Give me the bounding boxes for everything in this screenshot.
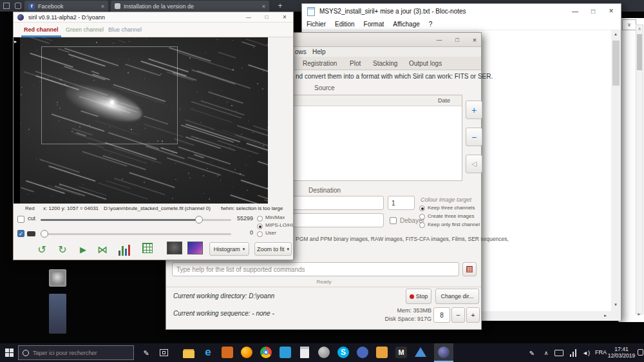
command-input[interactable] — [173, 266, 450, 273]
zoom-dropdown-button[interactable]: Zoom to fit ▾ — [254, 242, 292, 256]
taskbar-app-m[interactable]: M — [394, 347, 408, 358]
start-index-input[interactable] — [388, 200, 412, 207]
tab-plot[interactable]: Plot — [350, 60, 361, 67]
notepad-vscrollbar[interactable]: ▲ ▼ — [611, 30, 621, 311]
taskbar-app-edge[interactable]: e — [201, 345, 215, 359]
tab-stacking[interactable]: Stacking — [373, 60, 397, 67]
threads-input[interactable] — [435, 312, 448, 319]
threads-decrement-button[interactable]: − — [451, 307, 465, 323]
tray-volume-icon[interactable]: ◄) — [581, 348, 591, 357]
browser-tab-facebook[interactable]: f Facebook × — [24, 1, 108, 12]
start-button[interactable] — [5, 348, 14, 357]
debayer-checkbox[interactable] — [390, 217, 397, 224]
close-tab-icon[interactable]: × — [262, 3, 265, 10]
process-button[interactable]: ▶ — [75, 242, 91, 257]
taskbar-app-file-explorer[interactable] — [182, 348, 196, 359]
browser-tab-list-icon[interactable] — [15, 3, 21, 9]
command-history-button[interactable] — [462, 262, 477, 276]
high-level-slider[interactable] — [41, 215, 231, 224]
tab-output-logs[interactable]: Output logs — [409, 60, 442, 67]
close-button[interactable]: × — [468, 35, 481, 45]
add-files-button[interactable]: + — [466, 100, 482, 119]
taskbar-app-round-blue[interactable] — [355, 347, 370, 358]
menu-edition[interactable]: Edition — [330, 19, 359, 29]
scrollbar-vertical[interactable]: ∧ — [636, 24, 643, 314]
ink-pen-icon[interactable]: ✎ — [140, 347, 152, 359]
taskbar-app-teal[interactable] — [278, 347, 292, 358]
taskbar-app-yellow[interactable] — [375, 347, 389, 358]
tab-green-channel[interactable]: Green channel — [63, 26, 106, 33]
command-entry[interactable] — [172, 262, 459, 276]
low-level-slider[interactable] — [41, 229, 231, 238]
menu-affichage[interactable]: Affichage — [388, 19, 424, 29]
slider-handle[interactable] — [41, 230, 48, 238]
date-column-header[interactable]: Date — [438, 97, 450, 104]
maximize-button[interactable]: □ — [258, 12, 275, 22]
histogram-dropdown-button[interactable]: Histogram ▾ — [209, 242, 249, 256]
clear-list-button[interactable]: ◁ — [466, 155, 482, 173]
maximize-button[interactable]: □ — [450, 35, 464, 45]
taskbar-search-input[interactable] — [33, 350, 126, 356]
radio-keep-three-channels[interactable] — [419, 205, 425, 211]
dropdown-button[interactable]: ∨ — [622, 19, 636, 30]
radio-user[interactable] — [257, 231, 263, 237]
change-dir-button[interactable]: Change dir... — [435, 289, 479, 304]
stop-button[interactable]: Stop — [406, 289, 431, 304]
astro-image[interactable] — [20, 37, 268, 204]
minimize-button[interactable]: — — [566, 4, 584, 18]
tab-red-channel[interactable]: Red channel — [21, 26, 61, 37]
preview-thumbnail-2[interactable] — [187, 242, 203, 254]
grid-toggle-button[interactable] — [142, 243, 153, 253]
scroll-up-icon[interactable]: ∧ — [636, 26, 643, 32]
action-center-icon[interactable] — [638, 349, 643, 356]
taskbar-clock[interactable]: 17:41 12/03/2019 — [607, 346, 636, 359]
close-tab-icon[interactable]: × — [101, 3, 104, 10]
rotate-ccw-button[interactable]: ↺ — [34, 242, 50, 257]
browser-menu-icon[interactable] — [3, 3, 10, 9]
browser-tab-install[interactable]: Installation de la version de × — [111, 1, 269, 12]
desktop-icon-app[interactable] — [49, 294, 66, 334]
radio-minmax[interactable] — [257, 216, 263, 222]
scroll-up-icon[interactable]: ▲ — [614, 32, 618, 36]
scroll-thumb[interactable] — [612, 41, 620, 86]
menu-windows-fragment[interactable]: ows — [295, 48, 307, 55]
histogram-icon-button[interactable] — [117, 243, 132, 256]
minimize-button[interactable]: — — [240, 12, 257, 22]
close-button[interactable]: × — [276, 12, 293, 22]
taskbar-app-triangle[interactable] — [413, 347, 428, 358]
link-channels-icon[interactable] — [27, 231, 35, 236]
taskbar-app-skype[interactable]: S — [336, 347, 350, 358]
scroll-thumb[interactable] — [637, 34, 642, 70]
taskbar-search-box[interactable] — [18, 345, 134, 360]
scroll-right-icon[interactable]: ► — [603, 314, 607, 318]
tray-network-icon[interactable] — [569, 348, 578, 357]
tab-registration[interactable]: Registration — [303, 60, 337, 67]
radio-mips-lo-hi[interactable] — [257, 224, 263, 229]
remove-files-button[interactable]: − — [466, 128, 482, 146]
task-view-icon[interactable] — [160, 349, 168, 356]
desktop-icon-photo[interactable] — [49, 269, 66, 287]
start-index-entry[interactable] — [388, 196, 415, 210]
scroll-down-icon[interactable]: ▼ — [614, 303, 618, 307]
preview-thumbnail-1[interactable] — [167, 242, 182, 254]
radio-keep-first-channel[interactable] — [419, 222, 425, 228]
threads-increment-button[interactable]: + — [466, 307, 480, 323]
threads-spinbutton[interactable] — [433, 307, 450, 323]
maximize-button[interactable]: □ — [584, 4, 602, 18]
minimize-button[interactable]: — — [432, 35, 446, 45]
menu-format[interactable]: Format — [359, 19, 389, 29]
hidden-icons-chevron[interactable]: ∧ — [542, 348, 551, 358]
slider-track[interactable] — [41, 233, 231, 235]
close-button[interactable]: × — [602, 4, 620, 18]
new-tab-button[interactable]: + — [276, 1, 285, 10]
taskbar-app-firefox[interactable] — [240, 347, 254, 358]
radio-create-three-images[interactable] — [419, 214, 425, 220]
menu-fichier[interactable]: Fichier — [302, 19, 330, 29]
taskbar-app-orange[interactable] — [220, 347, 234, 358]
scroll-right-icon[interactable]: ► — [637, 312, 641, 316]
cut-checkbox[interactable] — [17, 216, 24, 223]
tray-monitor-icon[interactable] — [554, 350, 564, 356]
tray-pen-icon[interactable]: ✎ — [527, 348, 537, 358]
slider-handle[interactable] — [195, 216, 203, 224]
mirror-flip-button[interactable]: ⋈ — [95, 242, 110, 257]
